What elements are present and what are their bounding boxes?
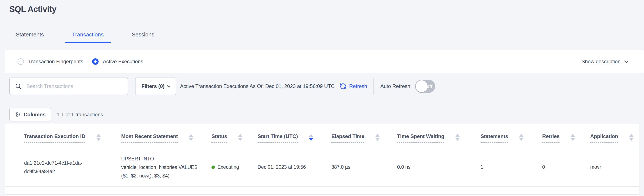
columns-button-label: Columns: [24, 112, 46, 118]
column-header-label: Application: [590, 133, 618, 143]
sql-activity-page: SQL Activity Statements Transactions Ses…: [0, 0, 644, 196]
retries-value: 0: [542, 164, 545, 170]
page-title: SQL Activity: [10, 5, 56, 14]
column-header-label: Transaction Execution ID: [24, 133, 85, 143]
radio-transaction-fingerprints-label: Transaction Fingerprints: [28, 59, 83, 65]
vertical-divider: [374, 78, 374, 95]
tab-statements[interactable]: Statements: [8, 26, 51, 43]
transaction-execution-id-link[interactable]: da1f21e2-de71-4c1f-a1da-dc9fc94a84a2: [24, 159, 92, 176]
chevron-down-icon: [624, 59, 628, 63]
table-header-row: Transaction Execution ID Most Recent Sta…: [5, 124, 639, 148]
columns-button[interactable]: ⚙ Columns: [10, 108, 51, 121]
radio-unselected-icon[interactable]: [18, 58, 24, 65]
cell-start-time: Dec 01, 2023 at 19:56: [258, 148, 332, 186]
table-footer-divider: [5, 187, 639, 195]
radio-active-executions-label: Active Executions: [103, 59, 143, 65]
radio-selected-icon[interactable]: [92, 58, 98, 65]
results-count: 1-1 of 1 transactions: [57, 112, 103, 118]
sort-arrows-icon: [455, 134, 460, 141]
show-description-label: Show description: [582, 59, 620, 65]
toggle-state-label: Off: [426, 80, 432, 93]
refresh-button[interactable]: Refresh: [340, 83, 367, 90]
sort-arrows-icon: [96, 134, 101, 141]
search-icon: [15, 83, 22, 90]
as-of-timestamp: Active Transaction Executions As Of: Dec…: [180, 83, 334, 89]
column-header-label: Most Recent Statement: [121, 133, 178, 143]
column-header-application[interactable]: Application: [590, 124, 634, 148]
tab-sessions[interactable]: Sessions: [124, 26, 162, 43]
column-header-start-time[interactable]: Start Time (UTC): [258, 124, 332, 148]
filters-row: Filters (0) Active Transaction Execution…: [10, 78, 644, 95]
sort-arrows-icon: [519, 134, 524, 141]
cell-application: movr: [590, 148, 630, 186]
show-description-toggle[interactable]: Show description: [582, 50, 628, 73]
sort-arrows-icon: [570, 134, 575, 141]
column-header-most-recent-statement[interactable]: Most Recent Statement: [121, 124, 212, 148]
transactions-table: Transaction Execution ID Most Recent Sta…: [5, 124, 639, 196]
cell-retries: 0: [542, 148, 590, 186]
tab-transactions-label: Transactions: [72, 31, 104, 38]
cell-statements: 1: [480, 148, 542, 186]
sort-arrows-icon: [629, 134, 634, 141]
column-header-status[interactable]: Status: [212, 124, 258, 148]
chevron-down-icon: [167, 84, 170, 87]
status-executing-dot-icon: [212, 166, 215, 169]
cell-status: Executing: [212, 148, 258, 186]
cell-time-spent-waiting: 0.0 ns: [397, 148, 480, 186]
column-header-label: Time Spent Waiting: [397, 133, 444, 143]
column-header-transaction-execution-id[interactable]: Transaction Execution ID: [24, 124, 121, 148]
tab-transactions[interactable]: Transactions: [65, 26, 111, 43]
column-header-label: Elapsed Time: [332, 133, 364, 143]
column-header-elapsed-time[interactable]: Elapsed Time: [332, 124, 397, 148]
cell-most-recent-statement: UPSERT INTO vehicle_location_histories V…: [121, 148, 212, 186]
search-input[interactable]: [26, 83, 123, 89]
gear-icon: ⚙: [15, 111, 21, 118]
cell-elapsed-time: 887.0 µs: [332, 148, 397, 186]
sort-arrows-icon-active-desc: [309, 134, 313, 141]
tab-bar: Statements Transactions Sessions: [5, 26, 644, 43]
statements-count-value: 1: [480, 164, 483, 170]
search-box: [10, 78, 128, 95]
refresh-label: Refresh: [349, 83, 367, 89]
table-row: da1f21e2-de71-4c1f-a1da-dc9fc94a84a2 UPS…: [5, 148, 639, 187]
auto-refresh-label: Auto Refresh:: [380, 83, 412, 89]
refresh-icon: [340, 83, 346, 90]
status-label: Executing: [218, 164, 239, 170]
column-header-statements[interactable]: Statements: [480, 124, 542, 148]
column-header-label: Start Time (UTC): [258, 133, 298, 143]
most-recent-statement-link[interactable]: UPSERT INTO vehicle_location_histories V…: [121, 155, 201, 180]
time-spent-waiting-value: 0.0 ns: [397, 164, 410, 170]
column-header-label: Status: [212, 133, 227, 143]
tab-statements-label: Statements: [16, 31, 44, 38]
results-bar: ⚙ Columns 1-1 of 1 transactions: [10, 108, 103, 121]
column-header-label: Retries: [542, 133, 560, 143]
column-header-time-spent-waiting[interactable]: Time Spent Waiting: [397, 124, 480, 148]
view-mode-card: Transaction Fingerprints Active Executio…: [5, 50, 644, 73]
sort-arrows-icon: [189, 134, 193, 141]
radio-transaction-fingerprints[interactable]: Transaction Fingerprints: [18, 58, 83, 65]
radio-active-executions[interactable]: Active Executions: [92, 58, 143, 65]
tab-sessions-label: Sessions: [132, 31, 154, 38]
application-value: movr: [590, 164, 601, 170]
elapsed-time-value: 887.0 µs: [332, 164, 350, 170]
sort-arrows-icon: [375, 134, 380, 141]
cell-transaction-execution-id: da1f21e2-de71-4c1f-a1da-dc9fc94a84a2: [24, 148, 121, 186]
column-header-label: Statements: [480, 133, 508, 143]
filters-button-label: Filters (0): [142, 83, 164, 89]
filters-button[interactable]: Filters (0): [135, 78, 176, 95]
auto-refresh-toggle[interactable]: Off: [415, 80, 435, 93]
start-time-value: Dec 01, 2023 at 19:56: [258, 164, 306, 170]
column-header-retries[interactable]: Retries: [542, 124, 590, 148]
sort-arrows-icon: [238, 134, 242, 141]
